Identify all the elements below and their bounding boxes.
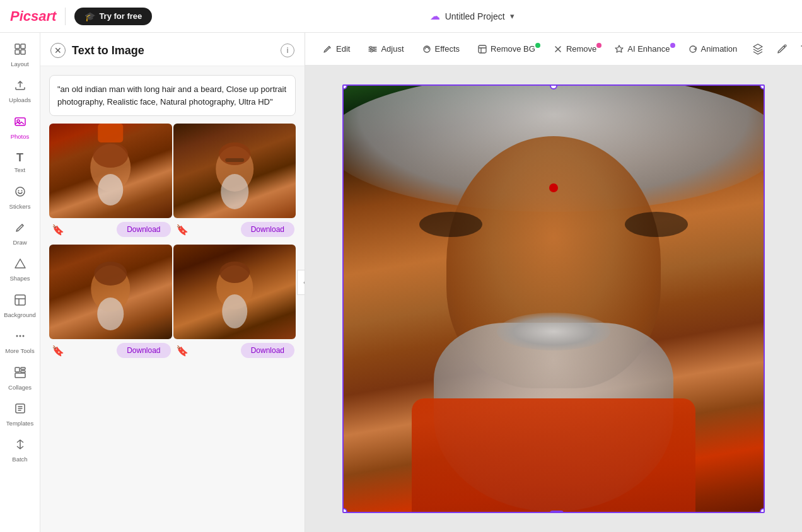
sidebar-item-draw[interactable]: Draw xyxy=(1,216,39,251)
edit-tool-wrap: Edit xyxy=(315,40,357,58)
svg-point-32 xyxy=(222,294,247,328)
panel-title-row: ✕ Text to Image xyxy=(50,43,144,58)
collages-icon xyxy=(14,366,26,382)
sidebar-item-more-tools[interactable]: More Tools xyxy=(1,325,39,359)
svg-point-35 xyxy=(371,50,373,52)
animation-tool-wrap: Animation xyxy=(680,40,745,58)
image-thumb-3[interactable] xyxy=(49,245,172,339)
sidebar-item-label-draw: Draw xyxy=(13,239,26,246)
image-card-4: 🔖 Download xyxy=(173,245,296,358)
svg-marker-9 xyxy=(15,259,25,268)
toolbar-right xyxy=(747,38,802,60)
effects-tool-wrap: Effects xyxy=(414,40,468,58)
chevron-down-icon[interactable]: ▾ xyxy=(510,11,514,21)
svg-rect-14 xyxy=(15,367,20,372)
project-title[interactable]: Untitled Project xyxy=(445,11,505,21)
svg-point-20 xyxy=(93,142,128,168)
animation-button[interactable]: Animation xyxy=(680,40,745,58)
layout-icon xyxy=(14,43,26,59)
resize-handle-bc[interactable] xyxy=(550,511,564,513)
sidebar-item-stickers[interactable]: Stickers xyxy=(1,180,39,215)
generated-images-grid: 🔖 Download 🔖 Download xyxy=(40,124,305,364)
remove-bg-button[interactable]: Remove BG xyxy=(470,40,543,58)
canvas-selected-image: ↻ xyxy=(342,84,765,513)
header: Picsart 🎓 Try for free ☁ Untitled Projec… xyxy=(0,0,802,33)
bookmark-button-2[interactable]: 🔖 xyxy=(175,223,190,237)
svg-point-31 xyxy=(219,262,250,283)
sidebar-item-text[interactable]: T Text xyxy=(1,146,39,178)
uploads-icon xyxy=(14,79,26,95)
bookmark-button-3[interactable]: 🔖 xyxy=(50,344,66,358)
effects-button[interactable]: Effects xyxy=(414,40,468,58)
ai-enhance-button[interactable]: AI Enhance xyxy=(607,40,677,58)
resize-handle-ml[interactable] xyxy=(342,295,344,309)
left-sidebar: Layout Uploads Photos T Text Stickers xyxy=(0,33,40,532)
canvas-container[interactable]: ↻ xyxy=(305,66,802,532)
svg-point-33 xyxy=(370,46,372,48)
sidebar-item-label-photos: Photos xyxy=(11,133,30,140)
sidebar-item-label-shapes: Shapes xyxy=(9,275,30,282)
hat-icon: 🎓 xyxy=(84,11,95,21)
collapse-panel-button[interactable]: ‹ xyxy=(297,270,305,295)
adjust-button[interactable]: Adjust xyxy=(360,40,411,58)
remove-bg-tool-wrap: Remove BG xyxy=(470,40,543,58)
sidebar-item-templates[interactable]: Templates xyxy=(1,397,39,432)
shapes-icon xyxy=(14,257,26,273)
image-actions-2: 🔖 Download xyxy=(173,222,296,237)
sidebar-item-photos[interactable]: Photos xyxy=(1,110,39,145)
svg-rect-16 xyxy=(21,371,25,373)
svg-rect-1 xyxy=(21,44,25,49)
right-eye-shadow xyxy=(625,212,688,237)
toolbar: Edit Adjust Effects Remove BG xyxy=(305,33,802,66)
image-thumb-1[interactable] xyxy=(49,124,172,218)
svg-rect-0 xyxy=(15,44,20,49)
mustache xyxy=(497,313,610,350)
sidebar-item-label-batch: Batch xyxy=(12,456,27,463)
download-button-1[interactable]: Download xyxy=(117,222,170,237)
download-button-2[interactable]: Download xyxy=(241,222,294,237)
text-to-image-panel: ✕ Text to Image i "an old indian man wit… xyxy=(40,33,305,532)
download-button-4[interactable]: Download xyxy=(241,343,294,358)
info-button[interactable]: i xyxy=(281,43,294,57)
sidebar-item-batch[interactable]: Batch xyxy=(1,433,39,468)
sidebar-item-label-stickers: Stickers xyxy=(9,203,31,210)
bookmark-button-4[interactable]: 🔖 xyxy=(175,344,190,358)
edit-button[interactable]: Edit xyxy=(315,40,357,58)
svg-point-6 xyxy=(16,187,25,196)
batch-icon xyxy=(14,438,26,454)
sidebar-item-shapes[interactable]: Shapes xyxy=(1,252,39,287)
image-thumb-4[interactable] xyxy=(173,245,296,339)
svg-rect-10 xyxy=(15,295,25,305)
header-center: ☁ Untitled Project ▾ xyxy=(152,10,792,22)
pen-button[interactable] xyxy=(771,38,793,60)
bindi xyxy=(549,183,558,192)
text-icon: T xyxy=(16,151,23,165)
bookmark-button-1[interactable]: 🔖 xyxy=(50,223,66,237)
ai-enhance-tool-wrap: AI Enhance xyxy=(607,40,677,58)
svg-point-7 xyxy=(18,190,19,191)
logo-text: Picsart xyxy=(10,8,56,25)
canvas-area: Edit Adjust Effects Remove BG xyxy=(305,33,802,532)
sidebar-item-background[interactable]: Background xyxy=(1,289,39,323)
crop-button[interactable] xyxy=(795,38,802,60)
panel-header: ✕ Text to Image i xyxy=(40,33,305,66)
svg-marker-38 xyxy=(615,45,623,52)
svg-rect-2 xyxy=(15,50,20,54)
image-thumb-2[interactable] xyxy=(173,124,296,218)
svg-point-39 xyxy=(784,45,786,47)
sidebar-item-uploads[interactable]: Uploads xyxy=(1,74,39,108)
svg-point-34 xyxy=(373,48,375,50)
sidebar-item-collages[interactable]: Collages xyxy=(1,361,39,396)
layers-button[interactable] xyxy=(747,38,769,60)
resize-handle-br[interactable] xyxy=(760,508,765,513)
remove-button[interactable]: Remove xyxy=(545,40,604,58)
sidebar-item-layout[interactable]: Layout xyxy=(1,38,39,72)
portrait-image-bg xyxy=(344,86,764,512)
download-button-3[interactable]: Download xyxy=(117,343,170,358)
close-button[interactable]: ✕ xyxy=(50,43,66,58)
resize-handle-mr[interactable] xyxy=(764,295,765,309)
svg-point-25 xyxy=(221,174,248,209)
try-for-free-button[interactable]: 🎓 Try for free xyxy=(74,8,152,25)
canvas-image-wrapper: ↻ xyxy=(342,84,765,513)
svg-point-11 xyxy=(16,335,18,337)
